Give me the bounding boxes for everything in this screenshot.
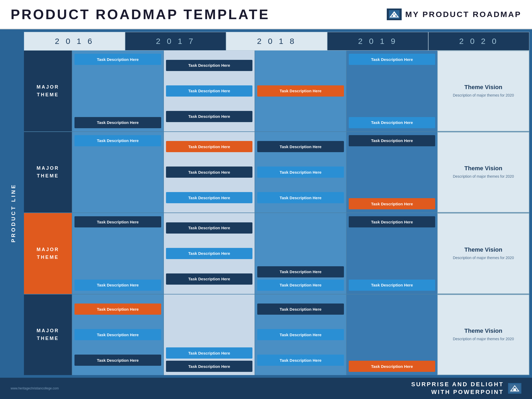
task-bar: Task Description Here <box>166 361 253 372</box>
theme-vision-title: Theme Vision <box>453 246 514 253</box>
task-bar: Task Description Here <box>349 216 435 227</box>
cell-r3-2017: Task Description Here Task Description H… <box>163 213 255 294</box>
year-2018: 2 0 1 8 <box>226 32 327 51</box>
theme-vision-desc: Description of major themes for 2020 <box>453 93 514 98</box>
cell-r3-2016: Task Description Here Task Description H… <box>72 213 163 294</box>
cell-r2-2019: Task Description Here Task Description H… <box>346 132 438 213</box>
task-bar: Task Description Here <box>257 167 344 178</box>
task-bar: Task Description Here <box>166 141 253 152</box>
task-bar: Task Description Here <box>349 117 435 128</box>
cell-r4-2019: Task Description Here <box>346 294 438 375</box>
theme-vision-title: Theme Vision <box>453 165 514 172</box>
theme-row-2: MAJORTHEME Task Description Here Task De… <box>24 132 529 213</box>
theme-vision-desc: Description of major themes for 2020 <box>453 255 514 261</box>
theme-row-1: MAJORTHEME Task Description Here Task De… <box>24 51 529 132</box>
theme-vision-title: Theme Vision <box>453 84 514 91</box>
theme-label-1: MAJORTHEME <box>24 51 72 131</box>
task-bar: Task Description Here <box>166 60 253 71</box>
theme-vision-2: Theme Vision Description of major themes… <box>450 162 517 182</box>
task-bar: Task Description Here <box>74 117 161 128</box>
theme-label-3: MAJORTHEME <box>24 213 72 294</box>
sidebar-label: PRODUCT LINE <box>10 183 16 242</box>
cell-r4-2016: Task Description Here Task Description H… <box>72 294 163 375</box>
task-bar: Task Description Here <box>349 361 435 372</box>
year-header-row: 2 0 1 6 2 0 1 7 2 0 1 8 2 0 1 9 2 0 2 0 <box>24 32 529 51</box>
task-bar: Task Description Here <box>74 304 161 315</box>
theme-label-2: MAJORTHEME <box>24 132 72 213</box>
task-bar: Task Description Here <box>257 141 344 152</box>
cell-r1-2018: Task Description Here <box>255 51 346 131</box>
theme-vision-title: Theme Vision <box>453 327 514 334</box>
footer-website: www.heritagechristiancollege.com <box>11 386 59 390</box>
task-bar: Task Description Here <box>74 280 161 291</box>
task-bar: Task Description Here <box>257 85 344 97</box>
header-subtitle: MY PRODUCT ROADMAP <box>405 10 521 19</box>
task-bar: Task Description Here <box>349 54 435 65</box>
main-grid: MAJORTHEME Task Description Here Task De… <box>24 51 529 375</box>
theme-vision-desc: Description of major themes for 2020 <box>453 174 514 179</box>
task-bar: Task Description Here <box>257 266 344 277</box>
task-bar: Task Description Here <box>166 248 253 259</box>
cell-r3-2018: Task Description Here Task Description H… <box>255 213 346 294</box>
task-bar: Task Description Here <box>257 280 344 291</box>
header: PRODUCT ROADMAP TEMPLATE MY PRODUCT ROAD… <box>0 0 532 29</box>
footer-right: SURPRISE AND DELIGHT WITH POWERPOINT <box>411 381 521 396</box>
grid-area: PRODUCT LINE MAJORTHEME Task Description… <box>3 51 529 375</box>
task-bar: Task Description Here <box>257 329 344 340</box>
year-2019: 2 0 1 9 <box>327 32 428 51</box>
theme-vision-3: Theme Vision Description of major themes… <box>450 244 517 263</box>
cell-r1-2020: Theme Vision Description of major themes… <box>437 51 529 131</box>
task-bar: Task Description Here <box>74 329 161 340</box>
cell-r4-2020: Theme Vision Description of major themes… <box>437 294 529 375</box>
task-bar: Task Description Here <box>74 135 161 146</box>
header-right: MY PRODUCT ROADMAP <box>387 9 521 20</box>
cell-r2-2016: Task Description Here <box>72 132 163 213</box>
task-bar: Task Description Here <box>166 222 253 234</box>
svg-rect-6 <box>513 388 516 391</box>
task-bar: Task Description Here <box>166 273 253 285</box>
cell-r2-2017: Task Description Here Task Description H… <box>163 132 255 213</box>
theme-vision-desc: Description of major themes for 2020 <box>453 336 514 342</box>
task-bar: Task Description Here <box>166 111 253 122</box>
page-title: PRODUCT ROADMAP TEMPLATE <box>11 6 270 22</box>
task-bar: Task Description Here <box>74 355 161 366</box>
theme-row-4: MAJORTHEME Task Description Here Task De… <box>24 294 529 375</box>
task-bar: Task Description Here <box>257 304 344 315</box>
content-area: 2 0 1 6 2 0 1 7 2 0 1 8 2 0 1 9 2 0 2 0 … <box>0 29 532 378</box>
main-container: PRODUCT ROADMAP TEMPLATE MY PRODUCT ROAD… <box>0 0 532 399</box>
footer: www.heritagechristiancollege.com SURPRIS… <box>0 378 532 399</box>
theme-vision-1: Theme Vision Description of major themes… <box>450 81 517 101</box>
task-bar: Task Description Here <box>166 167 253 178</box>
task-bar: Task Description Here <box>166 192 253 203</box>
task-bar: Task Description Here <box>257 355 344 366</box>
theme-row-3: MAJORTHEME Task Description Here Task De… <box>24 213 529 294</box>
task-bar: Task Description Here <box>74 216 161 227</box>
year-2017: 2 0 1 7 <box>125 32 226 51</box>
footer-tagline: SURPRISE AND DELIGHT WITH POWERPOINT <box>411 381 504 396</box>
task-bar: Task Description Here <box>166 347 253 359</box>
task-bar: Task Description Here <box>349 280 435 291</box>
svg-rect-3 <box>393 14 396 17</box>
theme-vision-4: Theme Vision Description of major themes… <box>450 325 517 344</box>
task-bar: Task Description Here <box>74 54 161 65</box>
logo-icon <box>387 9 402 20</box>
theme-label-4: MAJORTHEME <box>24 294 72 375</box>
task-bar: Task Description Here <box>257 192 344 203</box>
task-bar: Task Description Here <box>166 85 253 97</box>
cell-r4-2017: Task Description Here Task Description H… <box>163 294 255 375</box>
year-2016: 2 0 1 6 <box>24 32 125 51</box>
cell-r1-2016: Task Description Here Task Description H… <box>72 51 163 131</box>
cell-r1-2019: Task Description Here Task Description H… <box>346 51 438 131</box>
year-2020: 2 0 2 0 <box>428 32 529 51</box>
task-bar: Task Description Here <box>349 198 435 209</box>
cell-r2-2018: Task Description Here Task Description H… <box>255 132 346 213</box>
cell-r4-2018: Task Description Here Task Description H… <box>255 294 346 375</box>
cell-r3-2020: Theme Vision Description of major themes… <box>437 213 529 294</box>
footer-logo-icon <box>508 383 521 394</box>
cell-r1-2017: Task Description Here Task Description H… <box>163 51 255 131</box>
cell-r2-2020: Theme Vision Description of major themes… <box>437 132 529 213</box>
cell-r3-2019: Task Description Here Task Description H… <box>346 213 438 294</box>
task-bar: Task Description Here <box>349 135 435 146</box>
left-sidebar: PRODUCT LINE <box>3 51 24 375</box>
